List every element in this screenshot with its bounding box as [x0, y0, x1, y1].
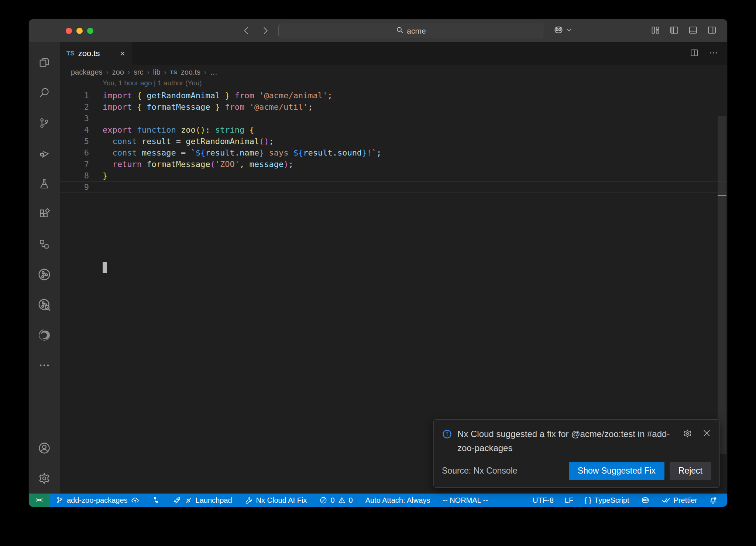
copilot-status[interactable] — [640, 495, 650, 505]
line-number: 6 — [60, 147, 89, 158]
vim-mode-status[interactable]: -- NORMAL -- — [443, 496, 488, 505]
auto-attach-status[interactable]: Auto Attach: Always — [365, 496, 430, 505]
tab-zoo-ts[interactable]: TS zoo.ts × — [60, 42, 132, 65]
extensions-icon[interactable] — [29, 199, 60, 229]
show-suggested-fix-button[interactable]: Show Suggested Fix — [569, 462, 664, 480]
search-view-icon[interactable] — [29, 78, 60, 108]
accounts-icon[interactable] — [29, 433, 60, 463]
error-count: 0 — [330, 496, 334, 505]
code-line-text: return formatMessage('ZOO', message); — [89, 158, 293, 170]
tab-close-icon[interactable]: × — [120, 49, 125, 58]
code-line-text — [89, 181, 103, 193]
line-number: 4 — [60, 124, 89, 136]
more-views-icon[interactable] — [29, 350, 60, 381]
notification-settings-gear-icon[interactable] — [683, 429, 693, 440]
back-button[interactable] — [241, 25, 251, 36]
formatter-label: Prettier — [674, 496, 697, 505]
chevron-right-icon: › — [164, 68, 166, 76]
breadcrumb: packages › zoo › src › lib › TS zoo.ts ›… — [60, 65, 727, 79]
copilot-icon[interactable] — [553, 24, 564, 37]
reject-button[interactable]: Reject — [670, 462, 711, 480]
customize-layout-icon[interactable] — [650, 25, 660, 37]
code-line[interactable]: 6 const message = `${result.name} says $… — [60, 147, 727, 158]
launchpad-status[interactable]: Launchpad — [173, 496, 232, 505]
error-count-icon — [319, 496, 327, 504]
search-value: acme — [407, 27, 426, 35]
chevron-right-icon: › — [106, 68, 109, 76]
notification-toast: Nx Cloud suggested a fix for @acme/zoo:t… — [433, 419, 720, 488]
code-line[interactable]: 8} — [60, 170, 727, 181]
minimize-window-button[interactable] — [76, 28, 83, 34]
notifications-bell[interactable] — [708, 496, 718, 505]
toggle-primary-sidebar-icon[interactable] — [669, 25, 679, 37]
line-number: 3 — [60, 113, 89, 124]
testing-icon[interactable] — [29, 168, 60, 199]
branch-name: add-zoo-packages — [67, 496, 128, 505]
hierarchy-view-icon[interactable] — [29, 229, 60, 259]
pipeline-status[interactable] — [152, 496, 160, 504]
edge-tools-icon[interactable] — [29, 320, 60, 350]
problems-status[interactable]: 0 0 — [319, 496, 353, 505]
explorer-icon[interactable] — [29, 47, 60, 78]
traffic-lights — [66, 28, 93, 34]
run-debug-icon[interactable] — [29, 138, 60, 168]
code-line[interactable]: 5 const result = getRandomAnimal(); — [60, 136, 727, 147]
command-center-search[interactable]: acme — [278, 24, 543, 38]
info-icon — [442, 427, 452, 455]
code-line-text: export function zoo(): string { — [89, 124, 254, 136]
code-line[interactable]: 9 — [60, 181, 727, 193]
chevron-down-icon[interactable] — [566, 27, 572, 34]
code-line-text: const result = getRandomAnimal(); — [89, 136, 274, 147]
eol-status[interactable]: LF — [565, 496, 573, 505]
code-line[interactable]: 3 — [60, 113, 727, 124]
language-mode-status[interactable]: { } TypeScript — [584, 496, 629, 505]
tab-bar: TS zoo.ts × — [60, 42, 727, 65]
close-window-button[interactable] — [66, 28, 72, 34]
notification-source: Source: Nx Console — [442, 466, 518, 476]
line-number: 9 — [60, 181, 89, 193]
code-line[interactable]: 7 return formatMessage('ZOO', message); — [60, 158, 727, 170]
editor-group: TS zoo.ts × packages › — [60, 42, 727, 494]
code-line-text: import { getRandomAnimal } from '@acme/a… — [89, 90, 333, 101]
wrench-icon — [245, 496, 253, 505]
breadcrumb-item[interactable]: src — [134, 68, 144, 76]
notification-close-icon[interactable] — [702, 429, 711, 439]
split-editor-icon[interactable] — [690, 48, 699, 59]
code-line[interactable]: 1import { getRandomAnimal } from '@acme/… — [60, 90, 727, 101]
code-lines: 1import { getRandomAnimal } from '@acme/… — [60, 90, 727, 193]
toggle-panel-icon[interactable] — [688, 25, 698, 37]
formatter-status[interactable]: Prettier — [661, 495, 697, 505]
more-actions-icon[interactable] — [709, 48, 718, 59]
typescript-file-icon: TS — [170, 69, 177, 75]
settings-gear-icon[interactable] — [29, 463, 60, 494]
chevron-right-icon: › — [128, 68, 130, 76]
encoding-status[interactable]: UTF-8 — [533, 496, 554, 505]
zoom-window-button[interactable] — [87, 28, 93, 34]
source-control-icon[interactable] — [29, 108, 60, 138]
breadcrumb-item[interactable]: lib — [153, 68, 161, 76]
git-branch-status[interactable]: add-zoo-packages — [56, 496, 140, 505]
nx-cloud-ai-fix-status[interactable]: Nx Cloud AI Fix — [245, 496, 307, 505]
code-line[interactable]: 2import { formatMessage } from '@acme/ut… — [60, 101, 727, 113]
overview-ruler-cursor-mark — [718, 195, 726, 196]
forward-button[interactable] — [260, 25, 271, 36]
code-line-text: } — [89, 170, 107, 181]
breadcrumb-item[interactable]: zoo — [112, 68, 124, 76]
line-number: 1 — [60, 90, 89, 101]
breadcrumb-item[interactable]: … — [210, 68, 217, 76]
breadcrumb-item[interactable]: packages — [71, 68, 103, 76]
code-line-text — [89, 113, 103, 124]
remote-indicator[interactable]: >< — [29, 494, 49, 507]
nx-console-icon[interactable] — [29, 259, 60, 290]
editor-scrollbar[interactable] — [718, 116, 726, 454]
nx-cloud-icon[interactable] — [29, 290, 60, 320]
line-number: 8 — [60, 170, 89, 181]
launchpad-label: Launchpad — [196, 496, 232, 505]
toggle-secondary-sidebar-icon[interactable] — [707, 25, 717, 37]
breadcrumb-item[interactable]: zoo.ts — [181, 68, 200, 76]
code-line[interactable]: 4export function zoo(): string { — [60, 124, 727, 136]
copilot-icon — [640, 495, 650, 505]
status-bar: >< add-zoo-packages Launchpad — [29, 494, 727, 507]
plug-icon — [184, 496, 193, 505]
line-number: 7 — [60, 158, 89, 170]
